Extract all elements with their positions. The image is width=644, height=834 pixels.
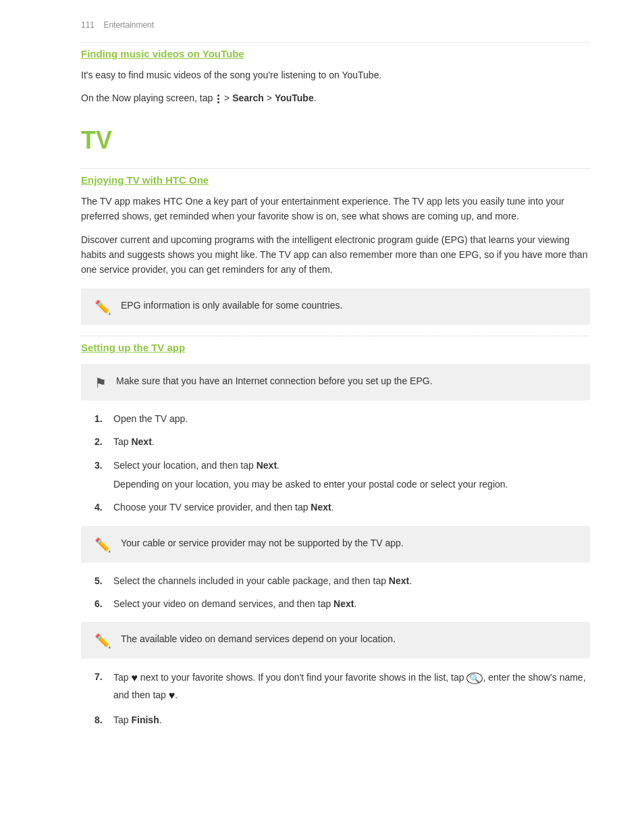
- section1-para1: It's easy to find music videos of the so…: [81, 68, 590, 82]
- step-7: 7. Tap ♥ next to your favorite shows. If…: [95, 669, 590, 704]
- note-box-2: ✏️ Your cable or service provider may no…: [81, 526, 590, 563]
- page-container: 111 Entertainment Finding music videos o…: [0, 0, 644, 779]
- step-8: 8. Tap Finish.: [95, 712, 590, 727]
- step-content-1: Open the TV app.: [113, 411, 590, 426]
- pencil-icon-2: ✏️: [95, 537, 111, 553]
- step-1: 1. Open the TV app.: [95, 411, 590, 426]
- step-number-8: 8.: [95, 712, 113, 727]
- section-divider-1: [81, 42, 590, 43]
- steps-list-3: 7. Tap ♥ next to your favorite shows. If…: [95, 669, 590, 727]
- pencil-icon-3: ✏️: [95, 633, 111, 649]
- note2-text: Your cable or service provider may not b…: [121, 536, 404, 550]
- step-4: 4. Choose your TV service provider, and …: [95, 500, 590, 515]
- step-content-8: Tap Finish.: [113, 712, 590, 727]
- flag-note-text: Make sure that you have an Internet conn…: [116, 373, 433, 388]
- note3-text: The available video on demand services d…: [121, 631, 396, 646]
- note-box-1: ✏️ EPG information is only available for…: [81, 288, 590, 325]
- step-2: 2. Tap Next.: [95, 434, 590, 449]
- section3-title: Setting up the TV app: [81, 342, 590, 353]
- step-number-3: 3.: [95, 458, 113, 473]
- step-3: 3. Select your location, and then tap Ne…: [95, 458, 590, 492]
- step-number-2: 2.: [95, 434, 113, 449]
- step-content-4: Choose your TV service provider, and the…: [113, 500, 590, 515]
- para2-prefix: On the Now playing screen, tap: [81, 93, 213, 103]
- step-content-7: Tap ♥ next to your favorite shows. If yo…: [113, 669, 590, 704]
- step-number-6: 6.: [95, 596, 113, 611]
- chapter-title: TV: [81, 126, 590, 155]
- page-number: 111: [81, 20, 95, 30]
- steps-list-1: 1. Open the TV app. 2. Tap Next. 3. Sele…: [95, 411, 590, 515]
- step3-subtext: Depending on your location, you may be a…: [113, 477, 590, 492]
- heart-icon-1: ♥: [131, 669, 138, 687]
- section-divider-3: [81, 336, 590, 336]
- youtube-word: YouTube: [275, 93, 314, 103]
- steps-list-2: 5. Select the channels included in your …: [95, 573, 590, 612]
- section1-title: Finding music videos on YouTube: [81, 48, 590, 59]
- search-word: Search: [232, 93, 264, 103]
- step-content-6: Select your video on demand services, an…: [113, 596, 590, 611]
- flag-icon: ⚑: [95, 375, 107, 391]
- step-content-5: Select the channels included in your cab…: [113, 573, 590, 588]
- flag-note-box: ⚑ Make sure that you have an Internet co…: [81, 364, 590, 400]
- note-box-3: ✏️ The available video on demand service…: [81, 622, 590, 658]
- section2-para2: Discover current and upcoming programs w…: [81, 232, 590, 278]
- menu-icon-inline: [217, 95, 219, 103]
- page-header: 111 Entertainment: [81, 20, 590, 30]
- step-number-5: 5.: [95, 573, 113, 588]
- step-number-1: 1.: [95, 411, 113, 426]
- section2-title: Enjoying TV with HTC One: [81, 174, 590, 186]
- step-number-7: 7.: [95, 669, 113, 684]
- chapter-name: Entertainment: [103, 20, 154, 30]
- section2-para1: The TV app makes HTC One a key part of y…: [81, 194, 590, 224]
- step-6: 6. Select your video on demand services,…: [95, 596, 590, 611]
- section-divider-2: [81, 168, 590, 169]
- pencil-icon-1: ✏️: [95, 299, 111, 315]
- search-icon-inline: 🔍: [466, 673, 483, 684]
- heart-icon-2: ♥: [169, 687, 176, 704]
- step-5: 5. Select the channels included in your …: [95, 573, 590, 588]
- step-content-3: Select your location, and then tap Next.…: [113, 458, 590, 492]
- step-number-4: 4.: [95, 500, 113, 515]
- section1-para2: On the Now playing screen, tap > Search …: [81, 90, 590, 105]
- step-content-2: Tap Next.: [113, 434, 590, 449]
- note1-text: EPG information is only available for so…: [121, 298, 342, 313]
